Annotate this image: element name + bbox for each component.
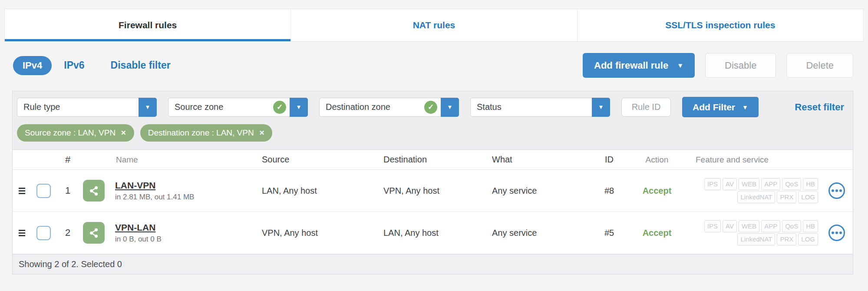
rule-name-link[interactable]: VPN-LAN xyxy=(115,222,155,233)
header-what: What xyxy=(492,155,590,165)
drag-handle-icon[interactable] xyxy=(19,230,25,236)
rule-what: Any service xyxy=(492,228,590,238)
tab-bar: Firewall rules NAT rules SSL/TLS inspect… xyxy=(4,9,864,42)
firewall-rules-panel: Rule type ▼ Source zone ✓ ▼ Destination … xyxy=(12,91,853,274)
ipv4-toggle[interactable]: IPv4 xyxy=(13,56,52,75)
check-circle-icon: ✓ xyxy=(273,101,286,114)
chevron-down-icon[interactable]: ▼ xyxy=(441,98,459,117)
add-firewall-rule-button[interactable]: Add firewall rule ▼ xyxy=(583,53,695,78)
header-name: Name xyxy=(79,155,262,165)
filter-row: Rule type ▼ Source zone ✓ ▼ Destination … xyxy=(13,91,853,122)
showing-selected-status: Showing 2 of 2. Selected 0 xyxy=(19,259,122,269)
tab-firewall-rules[interactable]: Firewall rules xyxy=(5,9,291,41)
more-options-button[interactable] xyxy=(828,182,845,199)
row-number: 2 xyxy=(56,227,79,238)
chevron-down-icon: ▼ xyxy=(742,104,748,110)
header-num: # xyxy=(56,154,79,165)
table-row: 1 LAN-VPN in 2.81 MB, out 1.41 MB LAN, A… xyxy=(13,170,853,212)
network-rule-icon xyxy=(83,180,105,202)
rule-source: LAN, Any host xyxy=(262,186,383,196)
toolbar: IPv4 IPv6 Disable filter Add firewall ru… xyxy=(13,53,853,78)
row-checkbox[interactable] xyxy=(36,226,51,240)
network-rule-icon xyxy=(83,222,105,244)
rule-destination: LAN, Any host xyxy=(383,228,492,238)
feature-badges: IPSAVWEBAPPQoSHB LinkedNATPRXLOG xyxy=(685,220,819,246)
feature-badge: WEB xyxy=(739,178,759,190)
delete-button[interactable]: Delete xyxy=(786,53,853,78)
feature-badge: LOG xyxy=(798,233,818,245)
rule-source: VPN, Any host xyxy=(262,228,383,238)
reset-filter-link[interactable]: Reset filter xyxy=(795,102,844,113)
feature-badge: PRX xyxy=(777,233,796,245)
tab-nat-rules[interactable]: NAT rules xyxy=(291,9,577,41)
source-zone-label: Source zone xyxy=(168,102,223,112)
add-firewall-rule-label: Add firewall rule xyxy=(594,60,668,71)
header-source: Source xyxy=(262,155,383,165)
rule-traffic: in 0 B, out 0 B xyxy=(115,235,162,244)
more-options-button[interactable] xyxy=(828,225,845,241)
feature-badge: WEB xyxy=(739,220,759,232)
table-header-row: # Name Source Destination What ID Action… xyxy=(13,150,853,170)
feature-badge: PRX xyxy=(777,191,796,203)
chevron-down-icon[interactable]: ▼ xyxy=(290,98,308,117)
feature-badge: IPS xyxy=(704,178,721,190)
chip-label: Destination zone : LAN, VPN xyxy=(148,128,254,138)
chip-remove-icon[interactable]: ✕ xyxy=(121,129,126,137)
feature-badge: HB xyxy=(803,220,818,232)
chevron-down-icon[interactable]: ▼ xyxy=(139,98,157,117)
chevron-down-icon[interactable]: ▼ xyxy=(592,98,610,117)
rule-action: Accept xyxy=(643,186,672,195)
chip-remove-icon[interactable]: ✕ xyxy=(259,129,265,137)
rule-type-label: Rule type xyxy=(17,102,60,112)
disable-filter-link[interactable]: Disable filter xyxy=(111,60,171,71)
rule-what: Any service xyxy=(492,186,590,196)
add-filter-label: Add Filter xyxy=(693,102,735,112)
filter-chip-source-zone: Source zone : LAN, VPN ✕ xyxy=(17,124,134,142)
table-footer: Showing 2 of 2. Selected 0 xyxy=(13,254,853,274)
header-action: Action xyxy=(629,155,685,165)
ipv6-toggle[interactable]: IPv6 xyxy=(64,60,84,71)
toolbar-actions: Add firewall rule ▼ Disable Delete xyxy=(583,53,853,78)
status-dropdown[interactable]: Status ▼ xyxy=(470,98,610,117)
row-checkbox[interactable] xyxy=(36,184,51,198)
rule-id-input[interactable] xyxy=(621,98,671,117)
status-label: Status xyxy=(471,102,502,112)
tab-ssl-tls-inspection-rules[interactable]: SSL/TLS inspection rules xyxy=(578,9,863,41)
feature-badge: AV xyxy=(723,178,737,190)
tab-label: SSL/TLS inspection rules xyxy=(665,20,775,30)
rule-type-dropdown[interactable]: Rule type ▼ xyxy=(17,98,157,117)
check-circle-icon: ✓ xyxy=(424,101,437,114)
feature-badge: QoS xyxy=(782,178,801,190)
feature-badge: IPS xyxy=(704,220,721,232)
rule-id: #8 xyxy=(590,186,629,196)
tab-label: Firewall rules xyxy=(119,20,177,30)
add-filter-button[interactable]: Add Filter ▼ xyxy=(682,97,759,117)
header-id: ID xyxy=(590,155,629,165)
drag-handle-icon[interactable] xyxy=(19,188,25,194)
destination-zone-label: Destination zone xyxy=(320,102,390,112)
feature-badge: APP xyxy=(761,178,780,190)
chip-label: Source zone : LAN, VPN xyxy=(25,128,116,138)
header-feature-and-service: Feature and service xyxy=(685,155,853,165)
row-number: 1 xyxy=(56,185,79,196)
rule-destination: VPN, Any host xyxy=(383,186,492,196)
filter-chip-destination-zone: Destination zone : LAN, VPN ✕ xyxy=(140,124,273,142)
header-destination: Destination xyxy=(383,155,492,165)
destination-zone-dropdown[interactable]: Destination zone ✓ ▼ xyxy=(319,98,459,117)
rule-action: Accept xyxy=(643,228,672,238)
feature-badge: APP xyxy=(761,220,780,232)
feature-badge: HB xyxy=(803,178,818,190)
feature-badges: IPSAVWEBAPPQoSHB LinkedNATPRXLOG xyxy=(685,178,819,204)
rule-traffic: in 2.81 MB, out 1.41 MB xyxy=(115,193,194,202)
active-filter-chips: Source zone : LAN, VPN ✕ Destination zon… xyxy=(13,122,853,150)
feature-badge: LOG xyxy=(798,191,818,203)
source-zone-dropdown[interactable]: Source zone ✓ ▼ xyxy=(168,98,308,117)
active-tab-underline xyxy=(5,39,290,41)
chevron-down-icon: ▼ xyxy=(677,62,683,69)
feature-badge: QoS xyxy=(782,220,801,232)
rule-name-link[interactable]: LAN-VPN xyxy=(115,180,155,191)
rule-id: #5 xyxy=(590,228,629,238)
disable-button[interactable]: Disable xyxy=(705,53,776,78)
feature-badge: AV xyxy=(723,220,737,232)
feature-badge: LinkedNAT xyxy=(737,191,775,203)
